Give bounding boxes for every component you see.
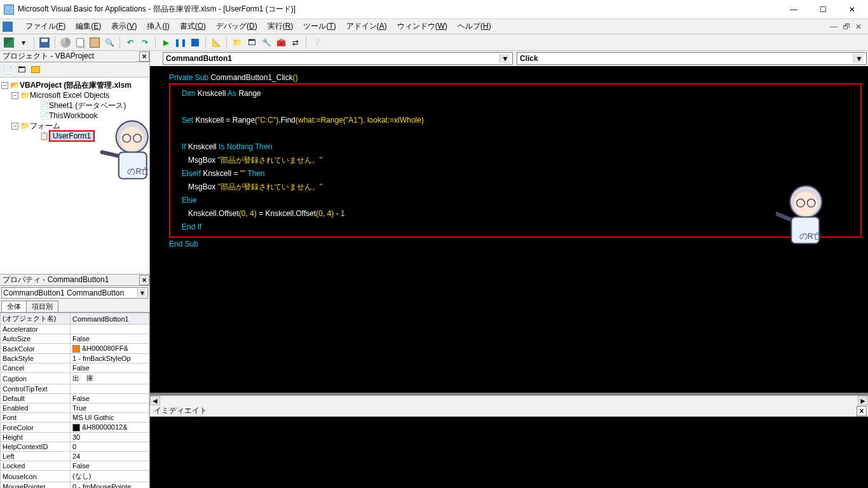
property-row[interactable]: Caption出 庫 [1,373,149,384]
scroll-right-icon[interactable]: ► [858,396,868,405]
paste-button[interactable] [88,36,101,49]
redo-button[interactable]: ↷ [139,36,151,49]
property-value[interactable]: &H000080FF& [71,344,149,354]
property-row[interactable]: LockedFalse [1,461,149,471]
procedure-dropdown[interactable]: Click▾ [517,52,867,65]
menu-debug[interactable]: デバッグ(D) [211,19,262,34]
insert-menu-button[interactable]: ▾ [17,36,30,49]
property-row[interactable]: HelpContextID0 [1,442,149,452]
property-value[interactable]: (なし) [71,471,149,482]
close-button[interactable]: ✕ [837,0,867,19]
folder-forms[interactable]: フォーム [30,121,60,132]
menu-file[interactable]: ファイル(F) [20,19,71,34]
properties-pane-close[interactable]: × [139,275,149,285]
project-explorer-button[interactable]: 📁 [231,36,243,49]
property-row[interactable]: (オブジェクト名)CommandButton1 [1,313,149,325]
view-excel-button[interactable] [3,36,15,49]
tab-order-button[interactable]: ⇄ [289,36,302,49]
menu-insert[interactable]: 挿入(I) [142,19,174,34]
tab-alphabetic[interactable]: 全体 [1,301,27,312]
property-value[interactable]: False [71,394,149,403]
properties-button[interactable]: 🗔 [245,36,258,49]
property-value[interactable]: False [71,334,149,344]
property-value[interactable]: 0 [71,442,149,452]
mdi-restore[interactable]: 🗗 [843,22,850,31]
property-row[interactable]: Height30 [1,433,149,442]
property-value[interactable]: True [71,403,149,413]
view-code-button[interactable]: 📄 [1,64,14,76]
help-button[interactable]: ❔ [310,36,323,49]
property-row[interactable]: DefaultFalse [1,394,149,403]
object-browser-button[interactable]: 🔧 [260,36,273,49]
minimize-button[interactable]: — [779,0,808,19]
project-pane-close[interactable]: × [139,51,149,62]
code-editor[interactable]: Private Sub CommandButton1_Click() Dim K… [150,66,868,393]
property-value[interactable]: MS UI Gothic [71,413,149,423]
menu-format[interactable]: 書式(O) [175,19,211,34]
properties-grid[interactable]: (オブジェクト名)CommandButton1AcceleratorAutoSi… [0,313,149,488]
menu-run[interactable]: 実行(R) [262,19,299,34]
project-root[interactable]: VBAProject (部品在庫管理.xlsm [20,80,132,91]
property-value[interactable]: 1 - fmBackStyleOp [71,354,149,363]
reset-button[interactable] [189,36,201,49]
cut-button[interactable] [59,36,72,49]
menu-tools[interactable]: ツール(T) [298,19,341,34]
tab-categorized[interactable]: 項目別 [26,301,58,312]
system-menu-icon[interactable] [3,22,13,32]
property-row[interactable]: CancelFalse [1,363,149,373]
run-button[interactable]: ▶ [159,36,172,49]
menu-addin[interactable]: アドイン(A) [341,19,392,34]
property-value[interactable] [71,325,149,334]
immediate-close[interactable]: × [857,406,867,416]
excel-objects-expander[interactable]: − [11,92,18,99]
property-row[interactable]: MousePointer0 - fmMousePointe [1,482,149,488]
property-row[interactable]: Accelerator [1,325,149,334]
maximize-button[interactable]: ☐ [808,0,837,19]
project-expander[interactable]: − [1,82,8,89]
property-value[interactable]: False [71,461,149,471]
undo-button[interactable]: ↶ [124,36,137,49]
mdi-close[interactable]: ✕ [855,22,862,31]
property-value[interactable] [71,384,149,394]
property-value[interactable]: &H80000012& [71,423,149,433]
property-value[interactable]: CommandButton1 [71,313,149,325]
property-value[interactable]: 30 [71,433,149,442]
property-row[interactable]: BackColor&H000080FF& [1,344,149,354]
forms-expander[interactable]: − [11,123,18,130]
property-row[interactable]: ForeColor&H80000012& [1,423,149,433]
menu-window[interactable]: ウィンドウ(W) [392,19,452,34]
copy-button[interactable] [74,36,86,49]
code-horizontal-scrollbar[interactable]: ◄ ► [150,395,868,405]
property-value[interactable]: 24 [71,452,149,461]
view-object-button[interactable]: 🗔 [15,64,28,76]
menu-view[interactable]: 表示(V) [106,19,142,34]
property-row[interactable]: Left24 [1,452,149,461]
property-row[interactable]: ControlTipText [1,384,149,394]
break-button[interactable]: ❚❚ [174,36,187,49]
tree-thisworkbook[interactable]: ThisWorkbook [49,111,97,120]
property-row[interactable]: BackStyle1 - fmBackStyleOp [1,354,149,363]
property-row[interactable]: MouseIcon(なし) [1,471,149,482]
property-value[interactable]: 0 - fmMousePointe [71,482,149,488]
property-value[interactable]: 出 庫 [71,373,149,384]
menu-edit[interactable]: 編集(E) [71,19,106,34]
immediate-body[interactable] [150,417,868,488]
folder-excel-objects[interactable]: Microsoft Excel Objects [30,91,109,100]
property-row[interactable]: FontMS UI Gothic [1,413,149,423]
property-value[interactable]: False [71,363,149,373]
project-tree[interactable]: −📂 VBAProject (部品在庫管理.xlsm −📁 Microsoft … [0,78,149,274]
property-row[interactable]: AutoSizeFalse [1,334,149,344]
properties-object-selector[interactable]: CommandButton1 CommandButton▾ [1,287,148,299]
tree-userform1[interactable]: UserForm1 [49,130,95,142]
menu-help[interactable]: ヘルプ(H) [452,19,496,34]
toolbox-button[interactable]: 🧰 [275,36,287,49]
tree-sheet1[interactable]: Sheet1 (データベース) [49,100,126,111]
mdi-minimize[interactable]: — [830,22,837,31]
save-button[interactable] [38,36,51,49]
object-dropdown[interactable]: CommandButton1▾ [163,52,513,65]
find-button[interactable]: 🔍 [103,36,116,49]
design-mode-button[interactable]: 📐 [210,36,222,49]
scroll-left-icon[interactable]: ◄ [150,396,160,405]
property-row[interactable]: EnabledTrue [1,403,149,413]
toggle-folders-button[interactable] [29,64,42,76]
